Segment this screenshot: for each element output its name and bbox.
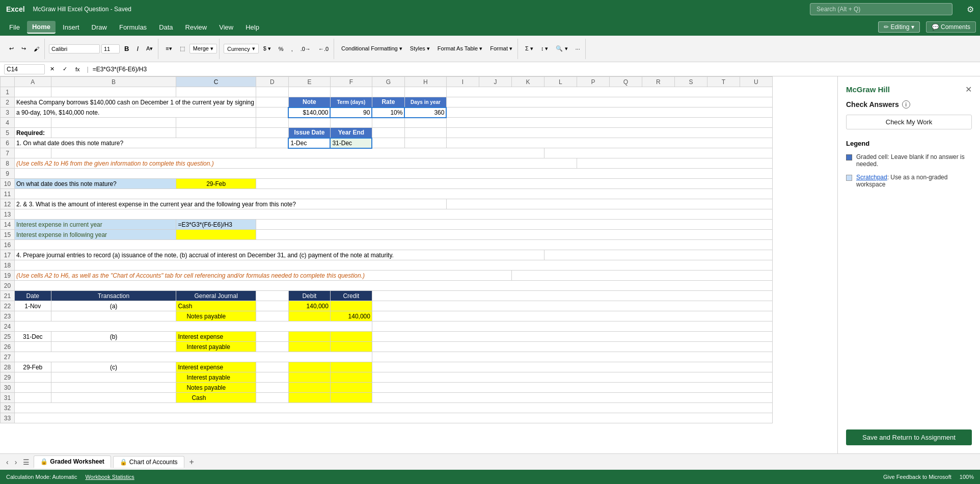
cell-rest-5[interactable] xyxy=(446,128,772,138)
cell-h3[interactable]: 360 xyxy=(404,107,446,118)
cell-rest-26[interactable] xyxy=(372,342,772,352)
sort-btn[interactable]: ↕ ▾ xyxy=(538,44,552,53)
sheet-nav-prev[interactable]: ‹ xyxy=(4,457,11,467)
cell-a15[interactable]: Interest expense in following year xyxy=(15,230,176,240)
cell-a23[interactable] xyxy=(15,311,51,321)
cell-a1[interactable] xyxy=(15,87,51,97)
cell-d21[interactable] xyxy=(256,291,288,301)
cell-g5[interactable] xyxy=(372,128,404,138)
cell-d22[interactable] xyxy=(256,301,288,311)
cell-a30[interactable] xyxy=(15,383,51,393)
sheet-nav-next[interactable]: › xyxy=(13,457,19,467)
col-header-p[interactable]: P xyxy=(577,77,609,87)
cell-d31[interactable] xyxy=(256,393,288,403)
cell-a17[interactable]: 4. Prepare journal entries to record (a)… xyxy=(15,250,545,260)
cell-d2[interactable] xyxy=(256,97,288,107)
col-header-j[interactable]: J xyxy=(479,77,511,87)
cell-b30[interactable] xyxy=(51,383,176,393)
cell-e26[interactable] xyxy=(288,342,330,352)
cell-b26[interactable] xyxy=(51,342,176,352)
format-as-table-btn[interactable]: Format As Table ▾ xyxy=(434,44,485,53)
cell-rest-10[interactable] xyxy=(256,179,772,189)
cell-c5[interactable] xyxy=(176,128,256,138)
currency-btn[interactable]: $ ▾ xyxy=(260,44,274,53)
format-btn[interactable]: Format ▾ xyxy=(487,44,515,53)
cell-e4[interactable] xyxy=(288,118,330,128)
redo-btn[interactable]: ↪ xyxy=(18,44,29,53)
cell-rest-21[interactable] xyxy=(372,291,772,301)
col-header-d[interactable]: D xyxy=(256,77,288,87)
col-header-s[interactable]: S xyxy=(674,77,707,87)
cell-f3[interactable]: 90 xyxy=(330,107,372,118)
font-size-input[interactable] xyxy=(101,44,120,53)
cell-rest-20[interactable] xyxy=(15,281,773,291)
cell-rest-4[interactable] xyxy=(446,118,772,128)
cell-f5[interactable]: Year End xyxy=(330,128,372,138)
tab-chart-of-accounts[interactable]: 🔒 Chart of Accounts xyxy=(113,456,184,468)
menu-help[interactable]: Help xyxy=(240,21,264,33)
comments-btn[interactable]: 💬 Comments xyxy=(926,21,976,33)
cell-a8[interactable]: (Use cells A2 to H6 from the given infor… xyxy=(15,158,577,169)
number-format-dropdown[interactable]: Currency ▾ xyxy=(224,44,259,53)
cell-f6[interactable]: 31-Dec xyxy=(330,138,372,148)
cell-c21[interactable]: General Journal xyxy=(176,291,256,301)
search-input[interactable] xyxy=(810,3,952,15)
cell-rest-7[interactable] xyxy=(51,148,544,158)
cell-rest-8[interactable] xyxy=(577,158,772,169)
cell-a3[interactable]: a 90-day, 10%, $140,000 note. xyxy=(15,107,256,118)
cell-g1[interactable] xyxy=(372,87,404,97)
cell-f26[interactable] xyxy=(330,342,372,352)
cell-e1[interactable] xyxy=(288,87,330,97)
cell-f22[interactable] xyxy=(330,301,372,311)
cell-c25[interactable]: Interest expense xyxy=(176,332,256,342)
styles-btn[interactable]: Styles ▾ xyxy=(407,44,433,53)
cell-rest-29[interactable] xyxy=(372,372,772,383)
cell-a6[interactable]: 1. On what date does this note mature? xyxy=(15,138,256,148)
cancel-formula-btn[interactable]: ✕ xyxy=(47,64,58,74)
cell-b29[interactable] xyxy=(51,372,176,383)
cell-f25[interactable] xyxy=(330,332,372,342)
cell-rest-27[interactable] xyxy=(15,352,372,362)
cell-rest-24b[interactable] xyxy=(372,321,772,332)
cell-rest-2[interactable] xyxy=(446,97,772,107)
increase-decimal-btn[interactable]: .0→ xyxy=(297,44,314,53)
cell-a5[interactable]: Required: xyxy=(15,128,51,138)
cell-rest-33[interactable] xyxy=(15,413,773,423)
cell-g6[interactable] xyxy=(372,138,404,148)
cell-c4[interactable] xyxy=(176,118,256,128)
cell-d4[interactable] xyxy=(256,118,288,128)
feedback-label[interactable]: Give Feedback to Microsoft xyxy=(883,474,951,480)
cell-a2[interactable]: Keesha Company borrows $140,000 cash on … xyxy=(15,97,256,107)
cell-c1[interactable] xyxy=(176,87,256,97)
cell-d25[interactable] xyxy=(256,332,288,342)
col-header-g[interactable]: G xyxy=(372,77,404,87)
cell-b23[interactable] xyxy=(51,311,176,321)
cell-c31[interactable]: Cash xyxy=(176,393,256,403)
menu-view[interactable]: View xyxy=(214,21,238,33)
cell-f29[interactable] xyxy=(330,372,372,383)
more-btn[interactable]: ··· xyxy=(573,44,583,53)
menu-data[interactable]: Data xyxy=(154,21,178,33)
cell-rest-25[interactable] xyxy=(372,332,772,342)
spreadsheet[interactable]: A B C D E F G H I J K L P Q R S T xyxy=(0,76,837,453)
col-header-k[interactable]: K xyxy=(511,77,544,87)
cell-b22[interactable]: (a) xyxy=(51,301,176,311)
cell-c26[interactable]: Interest payable xyxy=(176,342,256,352)
settings-icon[interactable]: ⚙ xyxy=(967,5,974,14)
decrease-decimal-btn[interactable]: ←.0 xyxy=(315,44,332,53)
cell-d30[interactable] xyxy=(256,383,288,393)
col-header-u[interactable]: U xyxy=(740,77,772,87)
cell-rest-14[interactable] xyxy=(256,220,772,230)
col-header-b[interactable]: B xyxy=(51,77,176,87)
col-header-q[interactable]: Q xyxy=(609,77,642,87)
cell-c10[interactable]: 29-Feb xyxy=(176,179,256,189)
cell-a31[interactable] xyxy=(15,393,51,403)
cell-rest-18[interactable] xyxy=(15,260,773,271)
formula-input[interactable] xyxy=(93,66,976,73)
cell-rest-13[interactable] xyxy=(15,209,773,220)
cell-a29[interactable] xyxy=(15,372,51,383)
cell-a21[interactable]: Date xyxy=(15,291,51,301)
cell-h2[interactable]: Days in year xyxy=(404,97,446,107)
align-btn[interactable]: ≡▾ xyxy=(162,44,175,53)
cell-h1[interactable] xyxy=(404,87,446,97)
